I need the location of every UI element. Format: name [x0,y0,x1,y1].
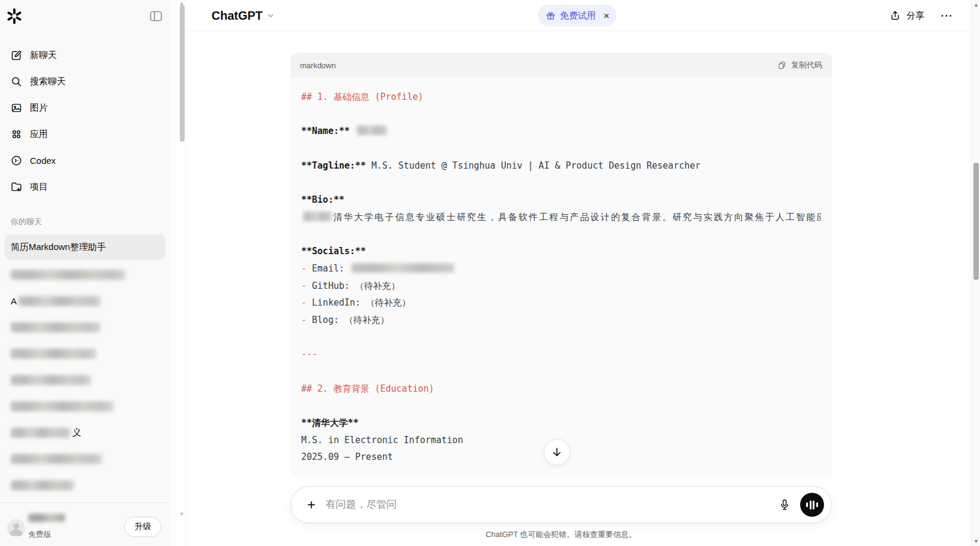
voice-mode-button[interactable] [800,493,824,517]
disclaimer-text: ChatGPT 也可能会犯错。请核查重要信息。 [290,529,832,540]
apps-icon [10,127,23,141]
code-line: - LinkedIn: （待补充） [301,294,821,312]
profile-name-redacted [28,514,65,522]
redacted-text [357,126,387,135]
redacted-text [11,270,125,280]
code-line [301,106,821,123]
gift-icon [546,11,556,21]
attach-plus-button[interactable]: + [302,495,321,514]
code-line: ## 1. 基础信息 (Profile) [301,89,821,106]
sidebar-item-search-chats[interactable]: 搜索聊天 [4,69,167,94]
sidebar-item-label: 应用 [30,129,48,140]
sidebar-chat-redacted[interactable] [5,472,166,498]
codex-icon [10,154,23,167]
sidebar-scrollbar-thumb[interactable] [180,5,185,142]
chatgpt-window: 新聊天 搜索聊天 图片 [0,0,980,546]
free-trial-label: 免费试用 [560,10,596,22]
chevron-down-icon [267,11,275,20]
model-switcher[interactable]: ChatGPT [204,0,282,31]
scroll-down-icon[interactable]: ▼ [179,511,184,517]
redacted-text [303,212,332,221]
redacted-text [11,322,100,333]
arrow-down-icon [550,446,564,459]
redacted-text [19,296,101,306]
more-options-button[interactable]: ⋯ [935,5,958,26]
redacted-text [11,401,114,411]
sidebar-item-label: 图片 [30,102,48,114]
projects-folder-icon [10,180,23,193]
share-label: 分享 [906,10,924,22]
sidebar-chat-redacted[interactable] [5,367,166,393]
openai-logo-icon[interactable] [6,8,23,25]
sidebar-scrollbar: ▲ ▼ [170,0,186,546]
sidebar-item-new-chat[interactable]: 新聊天 [4,42,167,68]
sidebar-item-label: 搜索聊天 [30,76,66,87]
chats-section-label: 你的聊天 [11,216,42,227]
code-content: ## 1. 基础信息 (Profile)**Name:** **Tagline:… [290,78,832,466]
badge-close-icon[interactable]: × [604,11,610,21]
code-line [301,174,821,191]
sidebar-chat-redacted[interactable] [5,314,166,340]
code-line: - Email: [301,260,821,277]
sidebar-item-apps[interactable]: 应用 [4,121,167,147]
sidebar-item-label: 新聊天 [30,50,57,61]
sidebar-toggle-icon[interactable] [149,9,163,23]
profile-row[interactable]: 免费版 升级 [0,502,170,546]
code-line: - GitHub: （待补充） [301,277,821,295]
code-line: **Socials:** [301,243,821,260]
sidebar-chat-redacted[interactable] [5,446,166,472]
code-line [301,397,821,414]
composer: + [290,486,832,523]
code-line: **Bio:** [301,191,821,209]
code-line: 清华大学电子信息专业硕士研究生，具备软件工程与产品设计的复合背景。研究与实践方向… [301,209,821,226]
code-line [301,329,821,346]
share-icon [889,10,901,22]
sidebar-item-images[interactable]: 图片 [4,95,167,120]
mic-button[interactable] [774,494,795,516]
code-line [301,363,821,380]
scroll-down-icon[interactable]: ▼ [973,538,979,544]
redacted-text [351,263,454,273]
microphone-icon [778,498,791,511]
app-title: ChatGPT [212,9,263,23]
topbar: ChatGPT 免费试用 × 分享 [186,0,971,31]
sidebar-chat-redacted[interactable] [5,393,166,419]
sidebar-chat-active[interactable]: 简历Markdown整理助手 [5,234,166,260]
window-scrollbar-thumb[interactable] [973,163,979,280]
redacted-text [11,349,96,359]
code-language-label: markdown [300,61,336,70]
sidebar-chat-redacted[interactable]: A [5,288,166,314]
scroll-to-bottom-button[interactable] [544,439,570,465]
redacted-text [11,480,74,490]
window-scrollbar: ▲ ▼ [971,0,980,546]
code-block-header: markdown 复制代码 [290,53,832,78]
copy-code-button[interactable]: 复制代码 [777,60,822,71]
code-line: ## 2. 教育背景 (Education) [301,380,821,398]
sidebar-item-label: 项目 [30,181,48,193]
message-input[interactable] [326,499,774,511]
code-line [301,140,821,157]
sidebar: 新聊天 搜索聊天 图片 [0,0,170,546]
share-button[interactable]: 分享 [883,5,930,26]
sidebar-chat-redacted[interactable] [5,261,166,288]
upgrade-button[interactable]: 升级 [124,517,161,537]
code-line: **清华大学** [301,414,821,432]
redacted-text [11,375,91,385]
sidebar-header [0,0,170,33]
sidebar-chat-redacted[interactable]: 义 [5,419,166,446]
code-line: - Blog: （待补充） [301,312,821,329]
sidebar-item-projects[interactable]: 项目 [4,174,167,199]
free-trial-badge[interactable]: 免费试用 × [538,5,617,26]
avatar [7,519,25,537]
scroll-up-icon[interactable]: ▲ [973,2,979,8]
new-chat-icon [10,48,23,62]
redacted-text [11,454,102,464]
sidebar-chat-redacted[interactable] [5,340,166,367]
sidebar-item-label: Codex [30,155,56,166]
code-line: **Tagline:** M.S. Student @ Tsinghua Uni… [301,157,821,175]
sidebar-item-codex[interactable]: Codex [4,148,167,173]
waveform-icon [806,502,808,507]
main-area: ChatGPT 免费试用 × 分享 [186,0,971,546]
code-block: markdown 复制代码 ## 1. 基础信息 (Profile)**Name… [290,53,832,475]
copy-icon [777,60,787,71]
